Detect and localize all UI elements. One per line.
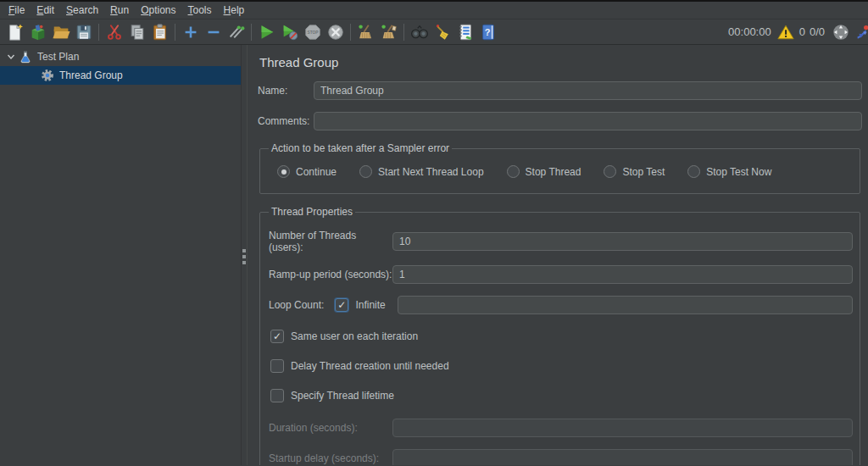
radio-label: Stop Test Now	[706, 166, 771, 178]
thread-properties-fieldset: Thread Properties Number of Threads (use…	[259, 206, 860, 465]
comments-label: Comments:	[258, 115, 314, 127]
jmeter-logo-icon	[856, 21, 868, 43]
menu-search[interactable]: Search	[60, 3, 104, 18]
menu-bar: FileEditSearchRunOptionsToolsHelp	[0, 2, 868, 19]
expand-all-icon[interactable]	[179, 21, 202, 43]
checkbox-icon[interactable]	[270, 389, 284, 402]
comments-input[interactable]	[314, 112, 862, 130]
loop-count-label: Loop Count:	[269, 299, 324, 311]
toolbar-separator	[350, 24, 351, 41]
num-threads-input[interactable]	[392, 232, 853, 251]
thread-group-gear-icon	[41, 69, 54, 82]
tree-item-label: Test Plan	[37, 51, 79, 63]
radio-button-icon[interactable]	[277, 165, 290, 178]
menu-tools[interactable]: Tools	[182, 3, 218, 18]
collapse-all-icon[interactable]	[202, 21, 225, 43]
start-no-timers-icon[interactable]	[278, 21, 301, 43]
infinite-label: Infinite	[355, 299, 385, 311]
paste-icon[interactable]	[148, 21, 171, 43]
templates-icon[interactable]	[26, 21, 49, 43]
checkbox-row-delay-thread-creation-until-needed[interactable]: Delay Thread creation until needed	[270, 359, 853, 373]
radio-button-icon[interactable]	[604, 165, 616, 178]
help-icon[interactable]: ?	[476, 21, 499, 43]
checkbox-label: Delay Thread creation until needed	[291, 360, 449, 372]
duration-input[interactable]	[392, 419, 853, 437]
toolbar-separator	[175, 24, 175, 41]
svg-text:?: ?	[484, 27, 490, 37]
panel-splitter[interactable]	[241, 45, 248, 465]
stop-icon[interactable]: STOP	[301, 21, 324, 43]
search-reset-icon[interactable]	[431, 21, 453, 43]
infinite-checkbox[interactable]: ✓	[335, 298, 348, 312]
test-plan-tree: Test Plan Thread Group	[0, 45, 241, 465]
name-label: Name:	[258, 85, 314, 97]
new-file-icon[interactable]	[3, 21, 26, 43]
menu-file[interactable]: File	[3, 3, 31, 18]
radio-stop-test[interactable]: Stop Test	[604, 165, 665, 178]
elapsed-time: 00:00:00	[728, 25, 771, 38]
sampler-error-legend: Action to be taken after a Sampler error	[269, 142, 452, 154]
radio-stop-thread[interactable]: Stop Thread	[507, 165, 581, 178]
menu-run[interactable]: Run	[104, 3, 135, 18]
menu-help[interactable]: Help	[218, 3, 251, 18]
cut-icon[interactable]	[103, 21, 125, 43]
function-helper-icon[interactable]	[453, 21, 476, 43]
thread-group-panel: Thread Group Name: Comments: Action to b…	[248, 45, 868, 465]
radio-label: Start Next Thread Loop	[378, 166, 484, 178]
shutdown-icon[interactable]	[324, 21, 347, 43]
thread-properties-legend: Thread Properties	[269, 206, 355, 218]
page-title: Thread Group	[259, 55, 862, 69]
toolbar-separator	[98, 24, 99, 41]
menu-options[interactable]: Options	[135, 3, 181, 18]
radio-stop-test-now[interactable]: Stop Test Now	[687, 165, 771, 178]
radio-label: Continue	[296, 166, 337, 178]
checkbox-label: Specify Thread lifetime	[291, 390, 394, 402]
checkbox-row-same-user-on-each-iteration[interactable]: ✓Same user on each iteration	[270, 330, 853, 343]
splitter-grip-icon[interactable]	[242, 247, 246, 267]
radio-continue[interactable]: Continue	[277, 165, 337, 178]
checkbox-icon[interactable]	[270, 359, 284, 373]
search-icon[interactable]	[408, 21, 431, 43]
sampler-error-fieldset: Action to be taken after a Sampler error…	[259, 142, 860, 194]
radio-button-icon[interactable]	[507, 165, 520, 178]
menu-edit[interactable]: Edit	[31, 3, 60, 18]
svg-text:STOP: STOP	[307, 31, 318, 35]
radio-button-icon[interactable]	[687, 165, 700, 178]
tree-item-thread-group[interactable]: Thread Group	[0, 66, 241, 85]
ramp-up-label: Ramp-up period (seconds):	[269, 269, 392, 280]
start-icon[interactable]	[255, 21, 278, 43]
warning-count: 0	[799, 25, 805, 38]
clear-icon[interactable]	[354, 21, 377, 43]
copy-icon[interactable]	[125, 21, 148, 43]
open-file-icon[interactable]	[49, 21, 72, 43]
test-status-icon	[829, 21, 852, 43]
test-plan-flask-icon	[19, 50, 32, 64]
toolbar-separator	[251, 24, 252, 41]
startup-delay-label: Startup delay (seconds):	[269, 452, 392, 464]
checkbox-icon[interactable]: ✓	[270, 330, 284, 343]
tree-item-label: Thread Group	[59, 69, 123, 81]
toolbar: STOP ? 00:00:00 0 0/0	[0, 19, 868, 45]
startup-delay-input[interactable]	[392, 449, 853, 465]
num-threads-label: Number of Threads (users):	[269, 230, 392, 253]
radio-start-next-thread-loop[interactable]: Start Next Thread Loop	[359, 165, 484, 178]
active-thread-count: 0/0	[810, 25, 825, 38]
tree-item-test-plan[interactable]: Test Plan	[0, 47, 241, 66]
checkbox-label: Same user on each iteration	[291, 330, 418, 342]
toolbar-status-area: 00:00:00 0 0/0	[728, 21, 868, 43]
chevron-down-icon[interactable]	[3, 53, 19, 61]
radio-label: Stop Thread	[526, 166, 581, 178]
toolbar-separator	[403, 24, 404, 41]
warning-icon[interactable]	[776, 21, 796, 43]
duration-label: Duration (seconds):	[269, 422, 392, 434]
clear-all-icon[interactable]	[377, 21, 400, 43]
ramp-up-input[interactable]	[392, 265, 853, 284]
name-input[interactable]	[314, 81, 862, 100]
radio-label: Stop Test	[622, 166, 665, 178]
radio-button-icon[interactable]	[359, 165, 372, 178]
sampler-error-radio-group: ContinueStart Next Thread LoopStop Threa…	[267, 159, 853, 185]
checkbox-row-specify-thread-lifetime[interactable]: Specify Thread lifetime	[270, 389, 853, 402]
toggle-icon[interactable]	[225, 21, 248, 43]
loop-count-input[interactable]	[398, 296, 853, 314]
save-icon[interactable]	[72, 21, 95, 43]
